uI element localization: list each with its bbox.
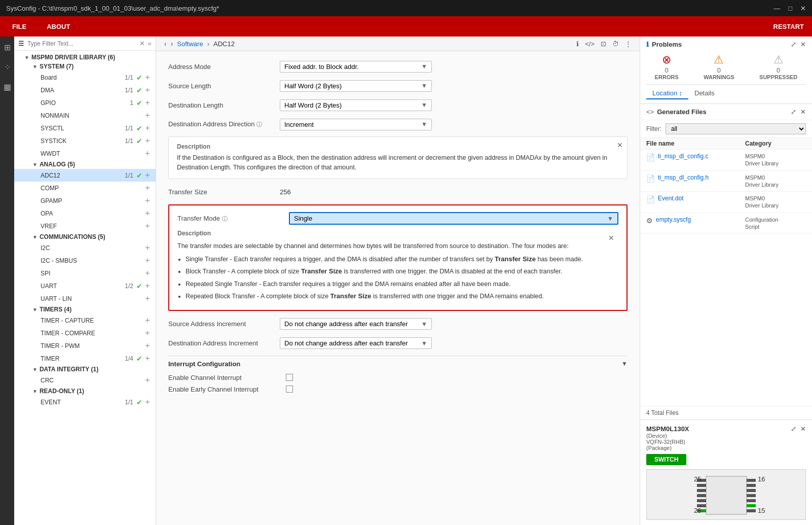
device-expand-icon[interactable]: ⤢ bbox=[791, 425, 796, 433]
errors-badge[interactable]: ⊗ 0 ERRORS bbox=[655, 53, 679, 80]
tree-item-timer-pwm[interactable]: TIMER - PWM ＋ bbox=[14, 339, 156, 352]
tree-item-timer[interactable]: TIMER 1/4 ✔ ＋ bbox=[14, 352, 156, 365]
add-icon[interactable]: ＋ bbox=[143, 183, 152, 193]
add-icon[interactable]: ＋ bbox=[143, 135, 152, 146]
tree-item-mspm0[interactable]: ▼ MSPM0 DRIVER LIBRARY (6) bbox=[14, 53, 156, 62]
restart-button[interactable]: RESTART bbox=[773, 23, 804, 30]
tree-item-comms[interactable]: ▼ COMMUNICATIONS (5) bbox=[14, 232, 156, 241]
close-desc-button[interactable]: ✕ bbox=[617, 141, 623, 149]
tree-item-event[interactable]: EVENT 1/1 ✔ ＋ bbox=[14, 396, 156, 408]
suppressed-badge[interactable]: ⚠ 0 SUPPRESSED bbox=[759, 53, 797, 80]
tree-item-sysctl[interactable]: SYSCTL 1/1 ✔ ＋ bbox=[14, 122, 156, 134]
filter-select[interactable]: all bbox=[666, 123, 806, 134]
device-icon[interactable]: ⊡ bbox=[601, 40, 606, 48]
tab-details[interactable]: Details bbox=[688, 88, 721, 99]
tree-item-uart[interactable]: UART 1/2 ✔ ＋ bbox=[14, 279, 156, 292]
tree-item-timers[interactable]: ▼ TIMERS (4) bbox=[14, 305, 156, 314]
tree-item-opa[interactable]: OPA ＋ bbox=[14, 207, 156, 220]
enable-channel-interrupt-checkbox[interactable] bbox=[286, 374, 293, 381]
tab-location[interactable]: Location ↕ bbox=[646, 88, 688, 99]
tree-item-adc12[interactable]: ADC12 1/1 ✔ ＋ bbox=[14, 169, 156, 182]
dest-addr-dir-info-icon[interactable]: ⓘ bbox=[256, 121, 262, 127]
maximize-button[interactable]: □ bbox=[788, 5, 792, 12]
tree-item-readonly[interactable]: ▼ READ-ONLY (1) bbox=[14, 387, 156, 396]
add-icon[interactable]: ＋ bbox=[143, 281, 152, 291]
more-icon[interactable]: ⋮ bbox=[625, 40, 632, 48]
tree-item-board[interactable]: Board 1/1 ✔ ＋ bbox=[14, 71, 156, 84]
titlebar-controls[interactable]: — □ ✕ bbox=[773, 5, 806, 12]
tree-item-i2c[interactable]: I2C ＋ bbox=[14, 241, 156, 254]
add-icon[interactable]: ＋ bbox=[143, 221, 152, 231]
add-icon[interactable]: ＋ bbox=[143, 110, 152, 121]
transfer-mode-select[interactable]: Single ▼ bbox=[289, 212, 618, 225]
add-icon[interactable]: ＋ bbox=[143, 375, 152, 386]
dest-addr-inc-select[interactable]: Do not change address after each transfe… bbox=[280, 337, 432, 349]
add-icon[interactable]: ＋ bbox=[143, 268, 152, 278]
tree-item-gpamp[interactable]: GPAMP ＋ bbox=[14, 194, 156, 207]
add-icon[interactable]: ＋ bbox=[143, 328, 152, 338]
file-menu[interactable]: FILE bbox=[8, 20, 30, 33]
tree-item-spi[interactable]: SPI ＋ bbox=[14, 267, 156, 279]
add-icon[interactable]: ＋ bbox=[143, 255, 152, 266]
sidebar-icon-table[interactable]: ▦ bbox=[2, 80, 13, 94]
tree-item-dma[interactable]: DMA 1/1 ✔ ＋ bbox=[14, 84, 156, 96]
forward-button[interactable]: › bbox=[171, 40, 173, 48]
file-row-syscfg[interactable]: ⚙ empty.syscfg ConfigurationScript bbox=[640, 213, 812, 234]
tree-item-system[interactable]: ▼ SYSTEM (7) bbox=[14, 62, 156, 71]
file-row-config-h[interactable]: 📄 ti_msp_dl_config.h MSPM0Driver Library bbox=[640, 171, 812, 192]
add-icon[interactable]: ＋ bbox=[143, 315, 152, 326]
code-icon[interactable]: </> bbox=[585, 40, 595, 48]
sidebar-icon-nodes[interactable]: ⁘ bbox=[2, 60, 13, 74]
tree-item-systick[interactable]: SYSTICK 1/1 ✔ ＋ bbox=[14, 134, 156, 147]
tree-item-wwdt[interactable]: WWDT ＋ bbox=[14, 147, 156, 160]
dest-addr-dir-select[interactable]: Increment ▼ bbox=[280, 119, 432, 130]
tree-item-gpio[interactable]: GPIO 1 ✔ ＋ bbox=[14, 96, 156, 109]
add-icon[interactable]: ＋ bbox=[143, 97, 152, 108]
address-mode-select[interactable]: Fixed addr. to Block addr. ▼ bbox=[280, 61, 432, 73]
add-icon[interactable]: ＋ bbox=[143, 293, 152, 304]
breadcrumb-software[interactable]: Software bbox=[177, 40, 203, 48]
close-button[interactable]: ✕ bbox=[800, 5, 806, 12]
add-icon[interactable]: ＋ bbox=[143, 72, 152, 83]
switch-button[interactable]: SWITCH bbox=[646, 454, 686, 465]
file-row-config-c[interactable]: 📄 ti_msp_dl_config.c MSPM0Driver Library bbox=[640, 150, 812, 171]
filter-clear-icon[interactable]: ✕ bbox=[139, 40, 145, 47]
filter-input[interactable] bbox=[27, 40, 136, 47]
warnings-badge[interactable]: ⚠ 0 WARNINGS bbox=[704, 53, 734, 80]
collapse-icon[interactable]: « bbox=[148, 40, 152, 47]
tree-item-vref[interactable]: VREF ＋ bbox=[14, 220, 156, 232]
interrupt-section-header[interactable]: Interrupt Configuration ▼ bbox=[168, 356, 628, 372]
problems-close-icon[interactable]: ✕ bbox=[800, 41, 806, 48]
sidebar-icon-grid[interactable]: ⊞ bbox=[2, 41, 13, 54]
add-icon[interactable]: ＋ bbox=[143, 148, 152, 159]
problems-expand-icon[interactable]: ⤢ bbox=[791, 41, 796, 48]
source-length-select[interactable]: Half Word (2 Bytes) ▼ bbox=[280, 80, 432, 92]
back-button[interactable]: ‹ bbox=[164, 40, 167, 48]
add-icon[interactable]: ＋ bbox=[143, 170, 152, 181]
tree-item-data-integrity[interactable]: ▼ DATA INTEGRITY (1) bbox=[14, 365, 156, 374]
gen-files-close-icon[interactable]: ✕ bbox=[800, 108, 806, 116]
tree-item-timer-compare[interactable]: TIMER - COMPARE ＋ bbox=[14, 327, 156, 339]
add-icon[interactable]: ＋ bbox=[143, 123, 152, 133]
add-icon[interactable]: ＋ bbox=[143, 208, 152, 219]
tree-item-crc[interactable]: CRC ＋ bbox=[14, 374, 156, 387]
history-icon[interactable]: ⏱ bbox=[612, 40, 619, 48]
enable-early-channel-checkbox[interactable] bbox=[286, 386, 293, 393]
dest-length-select[interactable]: Half Word (2 Bytes) ▼ bbox=[280, 99, 432, 111]
tree-item-comp[interactable]: COMP ＋ bbox=[14, 182, 156, 194]
gen-files-expand-icon[interactable]: ⤢ bbox=[791, 108, 796, 116]
add-icon[interactable]: ＋ bbox=[143, 195, 152, 206]
close-tm-desc-button[interactable]: ✕ bbox=[608, 234, 614, 242]
file-row-event-dot[interactable]: 📄 Event.dot MSPM0Driver Library bbox=[640, 192, 812, 213]
add-icon[interactable]: ＋ bbox=[143, 340, 152, 351]
add-icon[interactable]: ＋ bbox=[143, 353, 152, 364]
transfer-mode-info-icon[interactable]: ⓘ bbox=[222, 216, 228, 222]
add-icon[interactable]: ＋ bbox=[143, 397, 152, 407]
tree-item-i2c-smbus[interactable]: I2C - SMBUS ＋ bbox=[14, 254, 156, 267]
about-menu[interactable]: ABOUT bbox=[43, 20, 74, 33]
source-addr-inc-select[interactable]: Do not change address after each transfe… bbox=[280, 318, 432, 330]
add-icon[interactable]: ＋ bbox=[143, 242, 152, 253]
add-icon[interactable]: ＋ bbox=[143, 85, 152, 95]
tree-item-uart-lin[interactable]: UART - LIN ＋ bbox=[14, 292, 156, 305]
tree-item-nonmain[interactable]: NONMAIN ＋ bbox=[14, 109, 156, 122]
